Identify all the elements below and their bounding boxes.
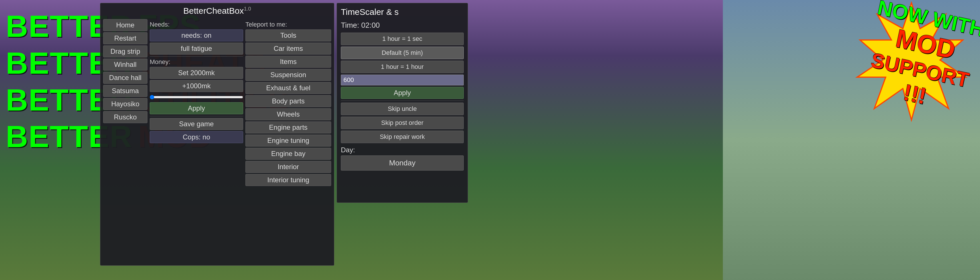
cops-btn[interactable]: Cops: no xyxy=(150,131,243,143)
time-option-2[interactable]: Default (5 min) xyxy=(341,46,464,59)
cheat-box-title: BetterCheatBox1.0 xyxy=(103,6,331,16)
money-slider[interactable] xyxy=(150,95,243,99)
divider-2 xyxy=(150,116,243,116)
skip-repair-work-btn[interactable]: Skip repair work xyxy=(341,130,464,143)
teleport-engine-bay[interactable]: Engine bay xyxy=(245,148,331,160)
version-badge: 1.0 xyxy=(244,6,251,12)
panel-inner: Home Restart Drag strip Winhall Dance ha… xyxy=(103,19,331,187)
time-scaler-panel: TimeScaler & s Time: 02:00 1 hour = 1 se… xyxy=(337,3,468,203)
apply-money-btn[interactable]: Apply xyxy=(150,102,243,114)
teleport-label: Teleport to me: xyxy=(245,21,331,28)
time-option-1[interactable]: 1 hour = 1 sec xyxy=(341,33,464,45)
divider-1 xyxy=(150,56,243,57)
teleport-interior-tuning[interactable]: Interior tuning xyxy=(245,174,331,186)
mid-col: Needs: needs: on full fatigue Money: Set… xyxy=(150,19,243,187)
add-1000mk-btn[interactable]: +1000mk xyxy=(150,80,243,92)
skip-uncle-btn[interactable]: Skip uncle xyxy=(341,103,464,115)
nav-hayosiko[interactable]: Hayosiko xyxy=(103,98,148,110)
time-custom-input[interactable] xyxy=(341,75,464,86)
starburst-container: NOW WITH MOD SUPPORT !!! xyxy=(837,0,980,149)
cheat-box-panel: BetterCheatBox1.0 Home Restart Drag stri… xyxy=(100,3,334,266)
teleport-col: Teleport to me: Tools Car items Items Su… xyxy=(245,19,331,187)
teleport-interior[interactable]: Interior xyxy=(245,161,331,173)
full-fatigue-btn[interactable]: full fatigue xyxy=(150,43,243,54)
teleport-engine-parts[interactable]: Engine parts xyxy=(245,121,331,134)
time-display: Time: 02:00 xyxy=(341,21,464,30)
time-divider xyxy=(341,100,464,101)
needs-label: Needs: xyxy=(150,21,243,28)
nav-home[interactable]: Home xyxy=(103,19,148,31)
nav-ruscko[interactable]: Ruscko xyxy=(103,111,148,123)
save-game-btn[interactable]: Save game xyxy=(150,118,243,130)
money-slider-container xyxy=(150,93,243,101)
nav-dance-hall[interactable]: Dance hall xyxy=(103,72,148,84)
nav-winhall[interactable]: Winhall xyxy=(103,59,148,71)
money-label: Money: xyxy=(150,58,243,66)
teleport-tools[interactable]: Tools xyxy=(245,29,331,41)
set-2000mk-btn[interactable]: Set 2000mk xyxy=(150,67,243,79)
teleport-engine-tuning[interactable]: Engine tuning xyxy=(245,135,331,146)
time-scaler-title: TimeScaler & s xyxy=(341,7,464,17)
left-nav-col: Home Restart Drag strip Winhall Dance ha… xyxy=(103,19,148,187)
teleport-items[interactable]: Items xyxy=(245,56,331,68)
teleport-suspension[interactable]: Suspension xyxy=(245,69,331,81)
teleport-body-parts[interactable]: Body parts xyxy=(245,95,331,107)
nav-restart[interactable]: Restart xyxy=(103,32,148,44)
teleport-car-items[interactable]: Car items xyxy=(245,43,331,54)
teleport-exhaust-fuel[interactable]: Exhaust & fuel xyxy=(245,82,331,94)
nav-drag-strip[interactable]: Drag strip xyxy=(103,45,148,57)
apply-time-btn[interactable]: Apply xyxy=(341,87,464,99)
day-value-btn[interactable]: Monday xyxy=(341,156,464,170)
day-label: Day: xyxy=(341,146,464,154)
skip-post-order-btn[interactable]: Skip post order xyxy=(341,116,464,129)
needs-value-btn[interactable]: needs: on xyxy=(150,29,243,41)
nav-satsuma[interactable]: Satsuma xyxy=(103,85,148,97)
time-option-3[interactable]: 1 hour = 1 hour xyxy=(341,60,464,73)
teleport-wheels[interactable]: Wheels xyxy=(245,108,331,120)
